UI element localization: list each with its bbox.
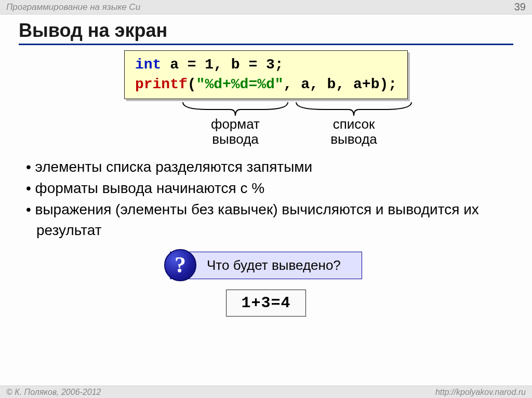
token-args: , a, b, a+b); [284,76,397,92]
code-line-2: printf("%d+%d=%d", a, b, a+b); [135,75,397,94]
answer-box: 1+3=4 [226,290,305,317]
bullet-list: элементы списка разделяются запятыми фор… [23,157,513,241]
code-box: int a = 1, b = 3; printf("%d+%d=%d", a, … [124,50,408,99]
bracket-label-list: список вывода [330,117,377,148]
page-number: 39 [514,1,526,13]
slide-content: Вывод на экран int a = 1, b = 3; printf(… [0,15,532,317]
token-string: "%d+%d=%d" [196,76,284,92]
subject-label: Программирование на языке Си [6,2,140,12]
copyright: © К. Поляков, 2006-2012 [6,388,101,397]
bracket-annotations: формат вывода список вывода [19,100,513,148]
curly-brace-icon [294,100,414,118]
bracket-label-format: формат вывода [211,117,260,148]
token-func: printf [135,76,188,92]
bracket-label-line: формат [211,116,260,132]
footer-url: http://kpolyakov.narod.ru [435,388,526,397]
question-text: Что будет выведено? [207,257,341,273]
footer: © К. Поляков, 2006-2012 http://kpolyakov… [0,386,532,398]
list-item: выражения (элементы без кавычек) вычисля… [33,199,513,241]
token-paren: ( [188,76,196,92]
list-item: элементы списка разделяются запятыми [33,157,513,178]
question-mark-icon: ? [164,249,196,281]
code-line-1: int a = 1, b = 3; [135,55,397,75]
question-mark-glyph: ? [175,254,186,277]
curly-brace-icon [181,100,290,118]
list-item: форматы вывода начинаются с % [33,178,513,199]
bracket-label-line: вывода [330,131,377,147]
token-code: a = 1, b = 3; [161,57,283,73]
token-keyword: int [135,57,161,73]
bracket-label-line: список [333,116,375,132]
bracket-label-line: вывода [212,131,259,147]
slide-title: Вывод на экран [19,20,513,45]
question-callout: ? Что будет выведено? [170,252,362,279]
topbar: Программирование на языке Си 39 [0,0,532,15]
